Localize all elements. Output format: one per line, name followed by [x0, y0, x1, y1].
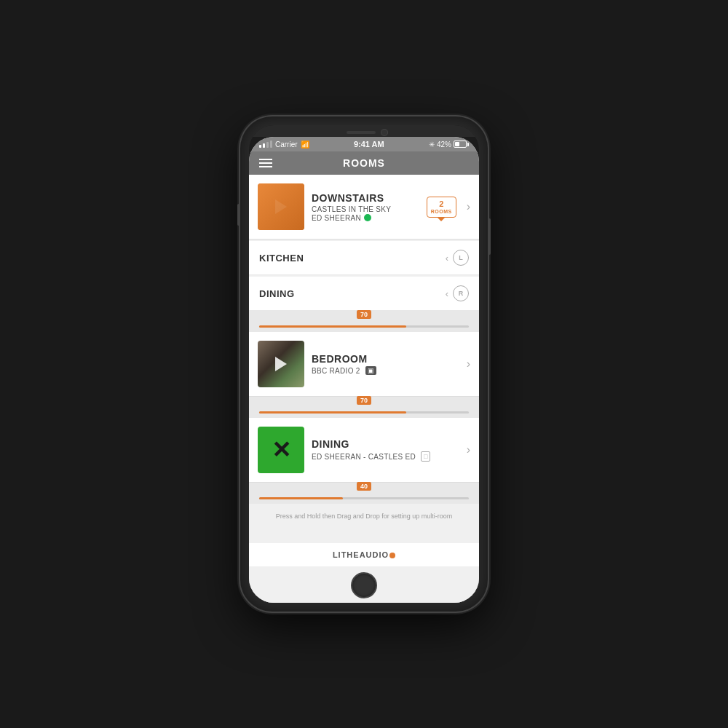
- wifi-icon: 📶: [301, 141, 309, 149]
- speaker: [347, 131, 376, 134]
- badge-arrow: [438, 218, 445, 221]
- dining-volume-badge: 70: [357, 396, 371, 405]
- battery-icon: [454, 141, 469, 148]
- footer-hint: Press and Hold then Drag and Drop for se…: [249, 504, 479, 529]
- nav-bar: ROOMS: [249, 151, 479, 175]
- bedroom-album-art: [258, 341, 304, 387]
- dining-chevron-icon: ›: [467, 443, 470, 456]
- downstairs-artist-row: ED SHEERAN: [312, 214, 419, 222]
- bedroom-play-icon: [275, 357, 287, 371]
- carrier-label: Carrier: [275, 141, 298, 149]
- kitchen-icon-label: L: [459, 254, 463, 261]
- bottom-volume-section[interactable]: 40: [249, 483, 479, 504]
- content-area: DOWNSTAIRS CASTLES IN THE SKY ED SHEERAN…: [249, 175, 479, 603]
- dining-row-room-name: DINING: [259, 288, 295, 299]
- chevron-right-icon: ›: [467, 200, 470, 213]
- spacer: [249, 529, 479, 543]
- dining-volume-track[interactable]: [259, 411, 469, 414]
- phone-frame: Carrier 📶 9:41 AM ✳ 42%: [240, 116, 488, 612]
- bedroom-chevron-icon: ›: [467, 357, 470, 371]
- downstairs-room-card[interactable]: DOWNSTAIRS CASTLES IN THE SKY ED SHEERAN…: [249, 175, 479, 240]
- page-title: ROOMS: [272, 157, 456, 169]
- bedroom-volume-track[interactable]: [259, 325, 469, 328]
- bedroom-volume-section[interactable]: 70: [249, 311, 479, 332]
- downstairs-track-info: DOWNSTAIRS CASTLES IN THE SKY ED SHEERAN: [312, 192, 419, 222]
- x-album-icon: ✕: [272, 436, 291, 464]
- phone-source-icon: □: [421, 451, 430, 462]
- bedroom-room-card[interactable]: BEDROOM BBC RADIO 2 ▣ ›: [249, 332, 479, 397]
- bedroom-source-row: BBC RADIO 2 ▣: [312, 366, 456, 375]
- kitchen-row-right: ‹ L: [446, 250, 469, 266]
- bedroom-track-info: BEDROOM BBC RADIO 2 ▣: [312, 353, 456, 375]
- bedroom-volume-badge: 70: [357, 310, 371, 319]
- dining-card-room-name: DINING: [312, 438, 456, 450]
- dining-volume-fill: [259, 411, 406, 414]
- dining-chevron-icon: ‹: [446, 288, 448, 299]
- dining-icon-label: R: [459, 290, 464, 297]
- dining-artist-name: ED SHEERAN - CASTLES ED: [312, 453, 416, 461]
- status-left: Carrier 📶: [259, 141, 309, 149]
- kitchen-source-icon: L: [453, 250, 469, 266]
- status-bar: Carrier 📶 9:41 AM ✳ 42%: [249, 137, 479, 151]
- status-right: ✳ 42%: [429, 141, 469, 149]
- lithe-logo: LITHEAUDIO: [249, 543, 479, 566]
- downstairs-room-name: DOWNSTAIRS: [312, 192, 419, 204]
- bottom-volume-badge: 40: [357, 482, 371, 491]
- kitchen-room-name: KITCHEN: [259, 253, 304, 264]
- bedroom-volume-fill: [259, 325, 406, 328]
- menu-button[interactable]: [259, 159, 272, 167]
- screen: Carrier 📶 9:41 AM ✳ 42%: [249, 137, 479, 603]
- bedroom-room-name: BEDROOM: [312, 353, 456, 365]
- bottom-volume-fill: [259, 497, 343, 499]
- rooms-badge: 2 ROOMS: [427, 197, 456, 218]
- badge-label: ROOMS: [431, 209, 452, 214]
- notch-area: [249, 125, 479, 137]
- dining-room-row[interactable]: DINING ‹ R: [249, 277, 479, 311]
- bedroom-source-name: BBC RADIO 2: [312, 367, 360, 375]
- bottom-volume-track[interactable]: [259, 497, 469, 499]
- signal-icon: [259, 141, 272, 148]
- dining-volume-section[interactable]: 70: [249, 397, 479, 418]
- kitchen-chevron-icon: ‹: [446, 253, 448, 264]
- home-button[interactable]: [351, 572, 377, 598]
- downstairs-artist-name: ED SHEERAN: [312, 214, 361, 222]
- dining-artist-row: ED SHEERAN - CASTLES ED □: [312, 451, 456, 462]
- dining-source-icon: R: [453, 285, 469, 301]
- spotify-icon: [364, 214, 371, 221]
- battery-percent: 42%: [437, 141, 451, 149]
- time-label: 9:41 AM: [354, 140, 384, 149]
- dining-row-right: ‹ R: [446, 285, 469, 301]
- dining-room-card[interactable]: ✕ DINING ED SHEERAN - CASTLES ED □ ›: [249, 418, 479, 483]
- dining-track-info: DINING ED SHEERAN - CASTLES ED □: [312, 438, 456, 462]
- downstairs-album-art: [258, 183, 304, 230]
- bluetooth-icon: ✳: [429, 141, 435, 149]
- footer-hint-text: Press and Hold then Drag and Drop for se…: [276, 513, 453, 520]
- logo-text: LITHEAUDIO: [333, 550, 389, 559]
- kitchen-room-row[interactable]: KITCHEN ‹ L: [249, 241, 479, 275]
- camera: [381, 130, 387, 135]
- badge-count: 2: [431, 199, 452, 208]
- logo-dot: [389, 553, 395, 558]
- dining-album-art: ✕: [258, 427, 304, 473]
- radio-icon: ▣: [365, 366, 376, 375]
- downstairs-track-name: CASTLES IN THE SKY: [312, 205, 419, 213]
